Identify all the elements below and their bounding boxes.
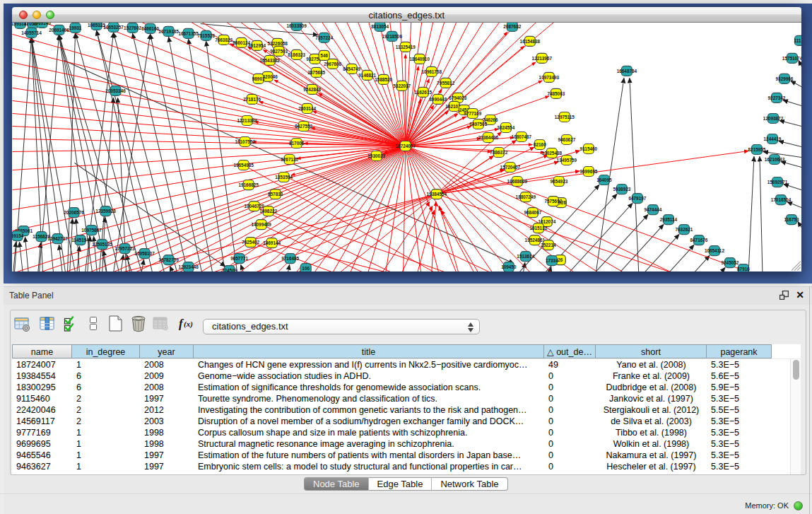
svg-text:10958107: 10958107 xyxy=(134,251,155,256)
svg-text:10653257: 10653257 xyxy=(103,25,124,30)
svg-text:7886372: 7886372 xyxy=(490,150,507,155)
svg-text:8215955: 8215955 xyxy=(748,147,765,152)
svg-text:109450: 109450 xyxy=(501,264,517,269)
svg-text:9146821: 9146821 xyxy=(358,73,376,78)
svg-text:14099489: 14099489 xyxy=(251,222,271,227)
svg-text:2087682: 2087682 xyxy=(503,24,521,29)
svg-text:15751074: 15751074 xyxy=(782,56,801,61)
svg-text:9474444: 9474444 xyxy=(644,207,661,212)
svg-text:19524861: 19524861 xyxy=(524,238,545,243)
svg-text:20691406: 20691406 xyxy=(49,28,69,33)
svg-text:6466160: 6466160 xyxy=(141,26,159,31)
svg-text:11325419: 11325419 xyxy=(395,45,416,49)
svg-text:17016504: 17016504 xyxy=(770,197,791,202)
svg-text:3267130: 3267130 xyxy=(281,157,298,162)
svg-text:9242848: 9242848 xyxy=(303,87,321,92)
svg-text:17957223: 17957223 xyxy=(114,246,135,251)
svg-text:12505135: 12505135 xyxy=(92,242,112,247)
svg-text:6479197: 6479197 xyxy=(628,196,646,201)
svg-text:7663822: 7663822 xyxy=(215,37,233,42)
svg-text:8186323: 8186323 xyxy=(288,52,305,57)
svg-text:2935114: 2935114 xyxy=(659,217,677,222)
svg-text:6794028: 6794028 xyxy=(449,95,466,100)
svg-text:98901: 98901 xyxy=(252,76,264,81)
svg-text:7575692: 7575692 xyxy=(544,199,562,204)
svg-text:19166825: 19166825 xyxy=(238,182,259,187)
svg-text:16648784: 16648784 xyxy=(616,69,637,74)
svg-text:14055714: 14055714 xyxy=(21,30,42,35)
svg-text:12923448: 12923448 xyxy=(178,264,199,269)
svg-text:19218506: 19218506 xyxy=(382,34,402,39)
svg-text:2718176: 2718176 xyxy=(243,97,261,102)
svg-text:7515526: 7515526 xyxy=(197,33,215,38)
svg-text:9115460: 9115460 xyxy=(579,146,597,151)
svg-text:13495759: 13495759 xyxy=(556,158,577,163)
svg-text:9827503: 9827503 xyxy=(270,49,288,54)
svg-text:26: 26 xyxy=(558,257,563,262)
svg-text:8912954: 8912954 xyxy=(248,43,266,48)
svg-text:(x): (x) xyxy=(184,320,193,329)
svg-text:12975115: 12975115 xyxy=(554,115,575,119)
svg-text:9777169: 9777169 xyxy=(464,111,481,116)
svg-text:9463627: 9463627 xyxy=(558,137,575,142)
svg-text:19931: 19931 xyxy=(69,25,81,30)
svg-text:8813054: 8813054 xyxy=(371,24,389,29)
svg-text:9699695: 9699695 xyxy=(579,169,597,174)
svg-text:7357224: 7357224 xyxy=(315,35,333,40)
svg-text:1530023: 1530023 xyxy=(367,153,385,158)
svg-text:116753: 116753 xyxy=(784,217,799,222)
svg-text:10654112: 10654112 xyxy=(704,248,724,253)
svg-text:7632621: 7632621 xyxy=(675,227,693,232)
svg-text:12213967: 12213967 xyxy=(531,56,552,61)
svg-text:7485063: 7485063 xyxy=(547,91,565,96)
svg-text:1145194: 1145194 xyxy=(71,238,89,243)
svg-text:9654923: 9654923 xyxy=(550,179,567,184)
svg-text:2967608: 2967608 xyxy=(324,62,341,66)
svg-text:124509: 124509 xyxy=(221,268,237,271)
svg-text:12093872: 12093872 xyxy=(763,116,783,121)
svg-text:1469144: 1469144 xyxy=(263,240,281,245)
svg-text:10046728: 10046728 xyxy=(244,204,264,209)
svg-text:3624554: 3624554 xyxy=(497,125,514,130)
svg-text:16107552: 16107552 xyxy=(235,139,255,144)
svg-text:9329966: 9329966 xyxy=(775,76,793,81)
svg-text:1513614: 1513614 xyxy=(517,254,534,259)
svg-text:164095: 164095 xyxy=(596,177,612,182)
svg-text:18640910: 18640910 xyxy=(409,57,430,62)
svg-text:1527602: 1527602 xyxy=(124,25,141,30)
svg-text:15692971: 15692971 xyxy=(767,180,787,185)
svg-text:9716485: 9716485 xyxy=(281,256,299,261)
svg-text:7625402: 7625402 xyxy=(242,240,259,245)
svg-text:10975867: 10975867 xyxy=(81,228,102,233)
svg-text:10961758: 10961758 xyxy=(421,69,442,74)
svg-text:2803144: 2803144 xyxy=(298,106,316,111)
svg-text:1162615: 1162615 xyxy=(414,90,432,95)
svg-text:10025438: 10025438 xyxy=(541,151,562,156)
svg-text:10688609: 10688609 xyxy=(507,179,527,184)
svg-text:1353594: 1353594 xyxy=(275,175,293,180)
svg-text:18807249: 18807249 xyxy=(515,194,536,199)
svg-text:8454749: 8454749 xyxy=(343,66,360,71)
svg-text:817006: 817006 xyxy=(289,141,305,146)
svg-text:10973493: 10973493 xyxy=(539,75,559,80)
svg-text:8427552: 8427552 xyxy=(295,124,312,129)
svg-text:9245052: 9245052 xyxy=(721,260,739,265)
svg-text:20053346: 20053346 xyxy=(105,88,126,93)
svg-text:19654985: 19654985 xyxy=(233,163,254,168)
svg-text:12213389: 12213389 xyxy=(237,118,257,123)
svg-text:62160: 62160 xyxy=(533,142,546,147)
svg-text:6497508: 6497508 xyxy=(469,122,487,127)
svg-text:20364436: 20364436 xyxy=(478,135,498,140)
svg-text:1244419: 1244419 xyxy=(763,136,781,141)
svg-text:16543382: 16543382 xyxy=(259,58,280,63)
svg-text:16033809: 16033809 xyxy=(286,23,307,28)
svg-text:252214: 252214 xyxy=(541,243,556,247)
svg-text:3875685: 3875685 xyxy=(307,70,325,75)
svg-text:17334: 17334 xyxy=(545,258,558,263)
svg-text:9657771: 9657771 xyxy=(230,256,248,261)
svg-text:5322037: 5322037 xyxy=(393,83,411,88)
svg-text:16154838: 16154838 xyxy=(519,39,540,44)
svg-text:20206576: 20206576 xyxy=(64,210,84,215)
svg-text:5938923: 5938923 xyxy=(613,187,630,192)
svg-text:18724007: 18724007 xyxy=(395,144,416,148)
